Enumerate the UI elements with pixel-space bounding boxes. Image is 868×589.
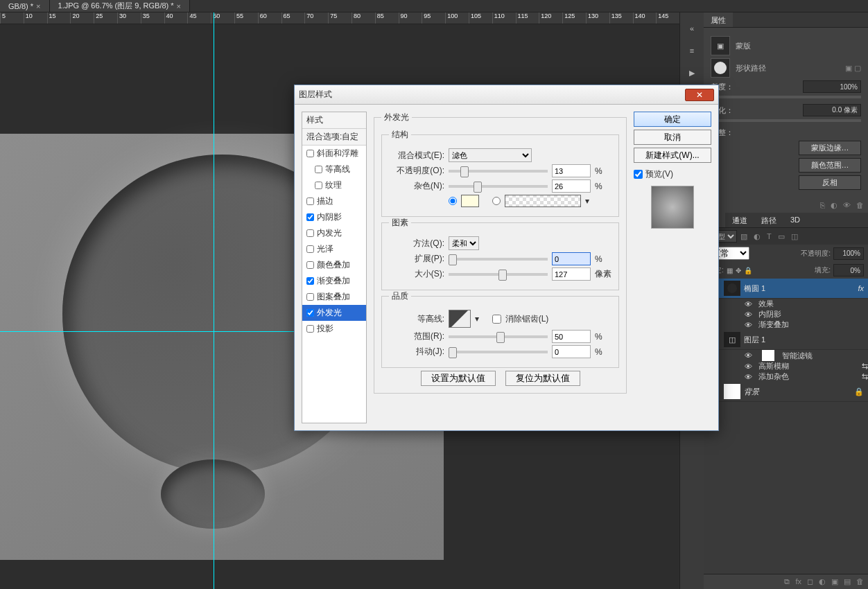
link-layers-icon[interactable]: ⧉ [784,577,790,586]
doc-tab-1[interactable]: 1.JPG @ 66.7% (图层 9, RGB/8) *× [50,0,191,12]
jitter-input[interactable] [552,345,591,358]
opt-stroke[interactable]: 描边 [302,193,366,209]
blending-options[interactable]: 混合选项:自定 [302,129,366,146]
spread-input[interactable] [552,252,591,265]
set-default-button[interactable]: 设置为默认值 [421,371,496,386]
layer-thumb[interactable]: ◫ [724,332,740,347]
new-style-button[interactable]: 新建样式(W)... [634,148,711,163]
size-input[interactable] [552,267,591,281]
layer-thumb[interactable] [724,281,740,296]
layer-fill-input[interactable] [833,264,864,276]
opt-contour[interactable]: 等高线 [302,161,366,177]
glow-opacity-slider[interactable] [449,170,548,173]
glow-color-swatch[interactable] [461,195,479,207]
contour-picker[interactable] [449,310,471,328]
mask-add-icon[interactable]: ◻ [807,577,813,586]
filter-shape-icon[interactable]: ▭ [775,232,788,241]
tab-paths[interactable]: 路径 [754,213,783,227]
effect-gradient[interactable]: 👁渐变叠加 [704,319,868,330]
opt-pattern-overlay[interactable]: 图案叠加 [302,289,366,305]
trash-icon[interactable]: 🗑 [856,201,864,210]
layer-row-ellipse[interactable]: 👁 椭圆 1 fx [704,279,868,299]
antialias-checkbox[interactable] [492,315,501,324]
effects-group[interactable]: 👁效果 [704,299,868,309]
opt-bevel[interactable]: 斜面和浮雕 [302,146,366,161]
opt-color-overlay[interactable]: 颜色叠加 [302,257,366,273]
filter-smart-icon[interactable]: ◫ [788,232,801,241]
filter-type-icon[interactable]: T [764,232,774,240]
tab-channels[interactable]: 通道 [725,213,754,227]
noise-slider[interactable] [449,185,548,188]
spread-slider[interactable] [449,258,548,261]
eye-icon[interactable]: 👁 [843,201,851,210]
filter-gaussian[interactable]: 👁高斯模糊⇆ [704,361,868,371]
opt-outer-glow[interactable]: 外发光 [302,305,366,321]
smart-filters-group[interactable]: 👁智能滤镜 [704,350,868,361]
fs-structure: 结构 混合模式(E):滤色 不透明度(O):% 杂色(N):% ▾ [381,129,619,217]
noise-input[interactable] [552,179,591,193]
layer-opacity-input[interactable] [833,247,864,260]
tab-properties[interactable]: 属性 [704,12,733,27]
fill-label: 填充: [815,265,831,275]
mask-edge-button[interactable]: 蒙版边缘… [799,141,861,155]
range-slider[interactable] [449,335,548,338]
range-input[interactable] [552,330,591,343]
doc-tab-0[interactable]: GB/8) *× [0,0,50,12]
lock-all-icon[interactable]: 🔒 [744,267,752,274]
color-range-button[interactable]: 颜色范围… [799,158,861,173]
opt-inner-shadow[interactable]: 内阴影 [302,209,366,225]
blendmode-select[interactable]: 滤色 [449,148,532,162]
mask-toggle-icon[interactable]: ◐ [831,201,837,210]
lock-position-icon[interactable]: ✥ [736,267,741,274]
fx-indicator[interactable]: fx [858,284,864,292]
filter-pixel-icon[interactable]: ▧ [738,232,750,241]
glow-gradient-picker[interactable] [505,195,581,207]
opt-drop-shadow[interactable]: 投影 [302,321,366,337]
opt-texture[interactable]: 纹理 [302,177,366,193]
layer-thumb[interactable] [724,384,740,399]
reset-default-button[interactable]: 复位为默认值 [505,371,580,386]
tab-3d[interactable]: 3D [783,213,807,227]
filter-adjust-icon[interactable]: ◐ [751,232,763,241]
ok-button[interactable]: 确定 [634,112,711,127]
shape-path-icon[interactable] [711,58,730,78]
close-icon[interactable]: × [177,2,181,10]
glow-opacity-input[interactable] [552,164,591,177]
lock-pixels-icon[interactable]: ▦ [727,267,733,274]
delete-layer-icon[interactable]: 🗑 [856,577,864,586]
technique-select[interactable]: 柔和 [449,236,479,250]
guide-vertical[interactable] [214,12,214,589]
group-icon[interactable]: ▣ [831,577,838,586]
play-icon[interactable]: ▶ [684,65,700,80]
adjustment-icon[interactable]: ◐ [819,577,826,586]
density-input[interactable] [803,80,861,93]
cancel-button[interactable]: 取消 [634,130,711,145]
jitter-slider[interactable] [449,351,548,353]
size-slider[interactable] [449,273,548,276]
mask-icon[interactable]: ▣ [711,36,730,55]
invert-button[interactable]: 反相 [799,175,861,190]
close-button[interactable]: ✕ [685,89,714,101]
opt-inner-glow[interactable]: 内发光 [302,225,366,241]
link-mask-icon[interactable]: ▣ ▢ [845,64,861,73]
fx-icon[interactable]: fx [795,577,801,586]
layer-row-layer1[interactable]: 👁 ◫ 图层 1 [704,330,868,350]
preview-checkbox[interactable] [634,170,643,179]
ruler-horizontal: 5101520253035404550556065707580859095100… [0,12,679,24]
effect-inner-shadow[interactable]: 👁内阴影 [704,309,868,319]
new-layer-icon[interactable]: ▤ [844,577,851,586]
close-icon[interactable]: × [36,2,40,10]
opt-satin[interactable]: 光泽 [302,241,366,257]
feather-input[interactable] [803,104,861,116]
dialog-titlebar[interactable]: 图层样式 ✕ [295,85,718,105]
filter-noise[interactable]: 👁添加杂色⇆ [704,371,868,382]
gradient-glow-radio[interactable] [492,197,501,205]
contour-label: 等高线: [389,313,444,325]
link-icon[interactable]: ⎘ [820,201,825,210]
expand-icon[interactable]: « [684,21,700,36]
brush-options-icon[interactable]: ≡ [684,43,700,58]
opt-gradient-overlay[interactable]: 渐变叠加 [302,273,366,289]
color-glow-radio[interactable] [449,197,457,205]
styles-header[interactable]: 样式 [302,112,366,129]
layer-row-background[interactable]: 👁 背景 🔒 [704,382,868,402]
